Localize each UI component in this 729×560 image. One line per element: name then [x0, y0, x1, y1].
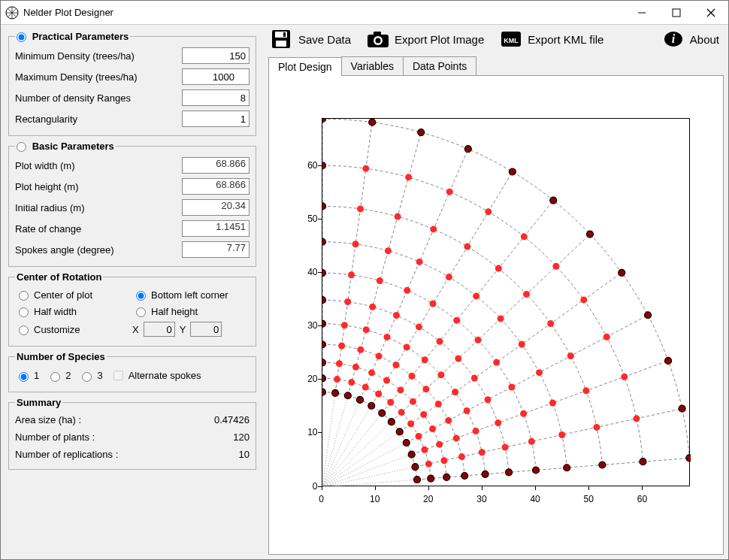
svg-point-84: [434, 401, 441, 407]
basic-legend: Basic Parameters: [32, 141, 114, 152]
svg-line-31: [347, 132, 420, 395]
species-1-option[interactable]: 1: [15, 370, 39, 382]
alternate-spokes-option[interactable]: Alternate spokes: [110, 368, 201, 383]
export-kml-button[interactable]: KML Export KML file: [499, 29, 603, 49]
svg-point-85: [445, 416, 452, 423]
maximize-button[interactable]: [659, 1, 694, 24]
minimize-button[interactable]: [625, 1, 659, 24]
svg-point-138: [357, 205, 364, 212]
tab-plot-design[interactable]: Plot Design: [268, 57, 342, 76]
svg-point-172: [685, 454, 690, 461]
svg-point-45: [368, 402, 374, 409]
svg-point-76: [443, 474, 449, 480]
svg-point-156: [580, 296, 587, 303]
svg-point-120: [493, 359, 500, 365]
svg-point-77: [322, 341, 326, 347]
svg-line-28: [322, 480, 417, 487]
svg-point-112: [505, 468, 512, 475]
basic-mode-radio[interactable]: [17, 142, 26, 152]
max-density-input[interactable]: [182, 68, 250, 85]
center-x-input[interactable]: [144, 322, 175, 337]
chart-svg: [322, 119, 691, 487]
svg-point-134: [549, 399, 555, 406]
svg-point-87: [458, 453, 464, 460]
center-x-label: X: [132, 324, 139, 335]
ranges-input[interactable]: [182, 89, 250, 106]
export-image-button[interactable]: Export Plot Image: [366, 29, 484, 49]
svg-point-66: [335, 360, 342, 367]
svg-point-127: [384, 247, 391, 254]
svg-point-103: [369, 303, 376, 310]
save-data-button[interactable]: Save Data: [270, 29, 351, 49]
svg-point-165: [509, 168, 516, 174]
svg-point-113: [322, 269, 326, 276]
spokes-angle-value: 7.77: [182, 241, 250, 258]
plot-height-label: Plot height (m): [15, 181, 182, 192]
about-button[interactable]: i About: [661, 29, 719, 49]
svg-point-171: [679, 405, 685, 412]
svg-rect-7: [276, 41, 286, 47]
center-y-input[interactable]: [190, 322, 222, 337]
svg-point-110: [495, 419, 501, 426]
svg-line-21: [322, 405, 371, 486]
svg-point-94: [421, 356, 428, 363]
rect-input[interactable]: [182, 110, 250, 127]
half-height-option[interactable]: Half height: [132, 305, 250, 317]
svg-point-44: [356, 396, 363, 403]
rate-of-change-value: 1.1451: [182, 220, 250, 237]
svg-point-153: [485, 208, 492, 215]
svg-point-128: [416, 258, 422, 265]
svg-point-101: [322, 296, 326, 303]
svg-point-123: [528, 437, 534, 444]
plot-panel: Save Data Export Plot Image KML Export K…: [264, 25, 728, 559]
svg-line-40: [416, 458, 688, 480]
practical-mode-radio[interactable]: [17, 32, 26, 42]
svg-point-137: [322, 202, 326, 209]
svg-point-48: [396, 428, 403, 434]
app-icon: [5, 6, 19, 20]
svg-rect-2: [673, 9, 680, 17]
svg-point-79: [357, 346, 364, 353]
tab-data-points[interactable]: Data Points: [403, 56, 476, 75]
bottom-left-option[interactable]: Bottom left corner: [132, 289, 250, 301]
initial-radius-label: Initial radius (m): [15, 202, 182, 213]
svg-point-97: [463, 407, 470, 414]
svg-point-50: [408, 451, 415, 458]
svg-point-99: [478, 449, 485, 456]
info-icon: i: [661, 29, 685, 49]
plants-value: 120: [204, 431, 250, 443]
svg-point-166: [549, 197, 556, 204]
center-plot-option[interactable]: Center of plot: [15, 289, 132, 301]
svg-point-12: [376, 38, 381, 44]
svg-point-52: [413, 476, 420, 483]
svg-point-147: [593, 423, 600, 430]
svg-point-53: [322, 374, 326, 381]
species-legend: Number of Species: [17, 351, 105, 362]
svg-point-125: [322, 238, 326, 245]
area-size-value: 0.47426: [204, 414, 250, 425]
min-density-input[interactable]: [182, 47, 250, 64]
svg-point-107: [455, 355, 461, 362]
half-width-option[interactable]: Half width: [15, 305, 132, 317]
svg-point-150: [362, 165, 369, 171]
close-button[interactable]: [694, 1, 728, 24]
svg-point-119: [474, 336, 481, 343]
svg-point-100: [482, 471, 489, 477]
toolbar: Save Data Export Plot Image KML Export K…: [268, 28, 724, 56]
svg-point-129: [445, 274, 452, 280]
species-3-option[interactable]: 3: [78, 370, 102, 382]
nelder-chart: 01020304050600102030405060: [288, 107, 705, 524]
svg-point-64: [427, 475, 434, 482]
center-of-rotation-group: Center of Rotation Center of plot Bottom…: [8, 271, 256, 347]
svg-point-71: [409, 398, 416, 404]
tab-variables[interactable]: Variables: [341, 56, 404, 75]
species-2-option[interactable]: 2: [47, 370, 71, 382]
svg-point-114: [348, 271, 355, 278]
customize-option[interactable]: Customize: [15, 322, 132, 337]
svg-point-46: [378, 410, 385, 416]
svg-point-144: [547, 319, 554, 326]
svg-point-117: [429, 300, 436, 307]
svg-point-41: [322, 389, 326, 395]
svg-point-67: [352, 363, 358, 370]
initial-radius-value: 20.34: [182, 199, 250, 216]
